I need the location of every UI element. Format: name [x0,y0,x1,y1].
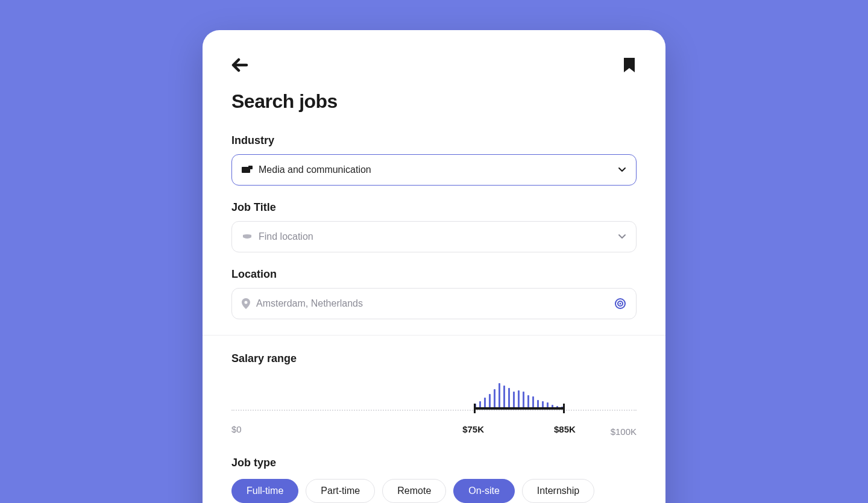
industry-label: Industry [231,134,637,147]
salary-max: $100K [611,426,637,437]
job-title-label: Job Title [231,201,637,214]
chevron-down-icon [618,234,626,240]
salary-label: Salary range [231,352,637,365]
bookmark-icon [622,57,637,73]
job-type-chip[interactable]: On-site [453,479,515,503]
location-value: Amsterdam, Netherlands [256,298,363,309]
salary-histogram [474,383,563,410]
arrow-left-icon [231,58,248,72]
target-icon[interactable] [614,298,626,310]
media-icon [242,166,253,174]
salary-handle-high[interactable] [563,404,565,413]
industry-value: Media and communication [259,164,371,175]
pin-icon [242,298,250,309]
briefcase-icon [242,233,253,241]
industry-select[interactable]: Media and communication [231,154,637,186]
job-type-chip[interactable]: Full-time [231,479,298,503]
job-type-chip[interactable]: Remote [382,479,446,503]
salary-low: $75K [462,424,484,434]
job-type-chip[interactable]: Part-time [306,479,375,503]
job-type-chips: Full-timePart-timeRemoteOn-siteInternshi… [231,479,637,503]
chevron-down-icon [618,167,626,173]
back-button[interactable] [231,58,248,72]
job-title-field: Job Title Find location [231,201,637,252]
svg-point-4 [620,303,621,305]
location-input[interactable]: Amsterdam, Netherlands [231,288,637,319]
bookmark-button[interactable] [622,57,637,73]
job-type-chip[interactable]: Internship [522,479,594,503]
job-title-placeholder: Find location [259,231,313,242]
location-label: Location [231,268,637,281]
search-card: Search jobs Industry Media and communica… [203,30,665,503]
salary-labels: $0 $75K $85K $100K [231,424,637,439]
salary-baseline [231,410,637,411]
industry-field: Industry Media and communication [231,134,637,186]
job-title-select[interactable]: Find location [231,221,637,252]
salary-high: $85K [554,424,576,434]
location-field: Location Amsterdam, Netherlands [231,268,637,319]
salary-slider[interactable] [231,377,637,419]
salary-range-bar [474,407,564,410]
divider [203,335,665,336]
salary-min: $0 [231,424,242,434]
svg-rect-1 [248,166,253,169]
header-row [231,57,637,73]
page-title: Search jobs [231,90,637,113]
job-type-label: Job type [231,457,637,469]
salary-handle-low[interactable] [474,404,476,413]
